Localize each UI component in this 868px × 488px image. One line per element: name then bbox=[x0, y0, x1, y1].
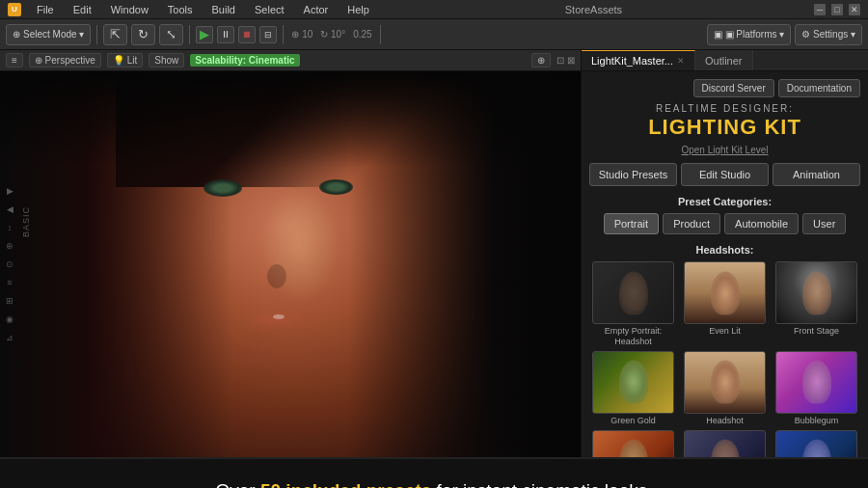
category-product-button[interactable]: Product bbox=[663, 213, 720, 234]
thumb-face-2 bbox=[711, 271, 740, 314]
vp-lit-btn[interactable]: 💡 Lit bbox=[107, 53, 143, 68]
lightkit-main-buttons: Studio Presets Edit Studio Animation bbox=[589, 163, 860, 186]
close-button[interactable]: ✕ bbox=[849, 4, 860, 15]
menu-window[interactable]: Window bbox=[107, 2, 152, 17]
scale-display: 0.25 bbox=[353, 29, 371, 40]
toolbar: ⊕ Select Mode ▾ ⇱ ↻ ⤡ ▶ ⏸ ⏹ ⊟ ⊕ 10 ↻ 10°… bbox=[0, 19, 868, 50]
tab-outliner[interactable]: Outliner bbox=[695, 50, 753, 70]
eye-left bbox=[203, 179, 242, 197]
preset-thumb-bubblegum bbox=[775, 351, 857, 414]
play-button[interactable]: ▶ bbox=[196, 26, 213, 43]
platforms-button[interactable]: ▣ ▣ Platforms ▾ bbox=[707, 24, 792, 45]
vp-nav-btn[interactable]: ⊕ bbox=[531, 53, 551, 68]
toolbar-separator-4 bbox=[380, 25, 381, 44]
toolbar-separator-2 bbox=[189, 25, 190, 44]
tab-lightkit-close[interactable]: ✕ bbox=[677, 56, 685, 66]
preset-front-stage[interactable]: Front Stage bbox=[773, 261, 860, 347]
angle-display: ↻ 10° bbox=[320, 29, 345, 40]
pause-button[interactable]: ⏸ bbox=[217, 26, 234, 43]
vp-show-btn[interactable]: Show bbox=[149, 53, 184, 68]
vp-icon-8[interactable]: ◉ bbox=[3, 312, 16, 326]
vp-icon-3[interactable]: ↕ bbox=[3, 221, 16, 234]
menu-file[interactable]: File bbox=[33, 2, 58, 17]
vp-icon-9[interactable]: ⊿ bbox=[3, 331, 16, 344]
scale-tool[interactable]: ⤡ bbox=[159, 24, 183, 45]
category-user-button[interactable]: User bbox=[802, 213, 846, 234]
settings-button[interactable]: ⚙ Settings ▾ bbox=[795, 24, 862, 45]
lip-highlight bbox=[273, 314, 285, 319]
move-tool[interactable]: ⇱ bbox=[103, 24, 127, 45]
vp-icon-7[interactable]: ⊞ bbox=[3, 294, 16, 308]
maximize-button[interactable]: □ bbox=[831, 4, 843, 15]
preset-label-headshot: Headshot bbox=[706, 416, 744, 426]
menu-build[interactable]: Build bbox=[208, 2, 239, 17]
menu-select[interactable]: Select bbox=[251, 2, 288, 17]
preset-thumb-green-gold bbox=[592, 351, 674, 414]
discord-server-button[interactable]: Discord Server bbox=[693, 79, 774, 97]
rotate-tool[interactable]: ↻ bbox=[131, 24, 155, 45]
window-controls: ─ □ ✕ bbox=[814, 4, 860, 15]
tab-lightkit[interactable]: LightKit_Master... ✕ bbox=[582, 50, 695, 70]
thumb-face-6 bbox=[802, 361, 831, 404]
headshots-header: Headshots: bbox=[589, 244, 860, 256]
preset-green-gold[interactable]: Green Gold bbox=[589, 351, 677, 426]
menu-actor[interactable]: Actor bbox=[300, 2, 333, 17]
thumb-face-5 bbox=[711, 361, 740, 404]
preset-headshot[interactable]: Headshot bbox=[681, 351, 769, 426]
menu-edit[interactable]: Edit bbox=[69, 2, 95, 17]
basic-label: BASIC bbox=[21, 206, 31, 237]
preset-bubblegum[interactable]: Bubblegum bbox=[773, 351, 860, 426]
thumb-face-1 bbox=[619, 271, 648, 314]
bottom-text-area: Over 50 included presets for instant cin… bbox=[0, 457, 868, 488]
vp-perspective-btn[interactable]: ⊕ Perspective bbox=[29, 53, 101, 68]
stop-button[interactable]: ⏹ bbox=[238, 26, 256, 43]
preset-thumb-even-lit bbox=[684, 261, 766, 324]
window-title: StoreAssets bbox=[385, 4, 802, 15]
category-automobile-button[interactable]: Automobile bbox=[724, 213, 799, 234]
animation-button[interactable]: Animation bbox=[773, 163, 860, 186]
viewport-left-icons: ▶ ◀ ↕ ⊕ ⊙ ≡ ⊞ ◉ ⊿ bbox=[3, 184, 16, 344]
preset-row3-3[interactable] bbox=[773, 430, 860, 457]
preset-even-lit[interactable]: Even Lit bbox=[681, 261, 769, 347]
face-shadow-top bbox=[0, 71, 581, 168]
vp-mode-toggle[interactable]: ≡ bbox=[6, 53, 23, 68]
vp-icon-6[interactable]: ≡ bbox=[3, 276, 16, 289]
vp-icon-5[interactable]: ⊙ bbox=[3, 258, 16, 271]
vp-icon-1[interactable]: ▶ bbox=[3, 184, 16, 198]
preset-grid: Empty Portrait: Headshot Even Lit Front … bbox=[589, 261, 860, 457]
preset-label-front-stage: Front Stage bbox=[794, 326, 839, 337]
menu-tools[interactable]: Tools bbox=[164, 2, 197, 17]
panel-tabs: LightKit_Master... ✕ Outliner bbox=[582, 50, 868, 71]
select-mode-button[interactable]: ⊕ Select Mode ▾ bbox=[6, 24, 91, 45]
viewport-3d[interactable]: BASIC ▶ ◀ ↕ ⊕ ⊙ ≡ ⊞ ◉ ⊿ bbox=[0, 71, 581, 457]
vp-icon-2[interactable]: ◀ bbox=[3, 203, 16, 216]
thumb-face-3 bbox=[802, 271, 831, 314]
thumb-face-4 bbox=[619, 361, 648, 404]
menu-bar: U File Edit Window Tools Build Select Ac… bbox=[0, 0, 868, 19]
preset-empty-portrait[interactable]: Empty Portrait: Headshot bbox=[589, 261, 677, 347]
launch-button[interactable]: ⊟ bbox=[259, 26, 277, 43]
nose-area bbox=[267, 264, 286, 288]
preset-thumb-empty-portrait bbox=[592, 261, 674, 324]
lightkit-panel: Discord Server Documentation REALTIME DE… bbox=[582, 71, 868, 457]
vp-icon-4[interactable]: ⊕ bbox=[3, 239, 16, 253]
preset-thumb-front-stage bbox=[775, 261, 857, 324]
category-portrait-button[interactable]: Portrait bbox=[604, 213, 659, 234]
eye-right bbox=[319, 179, 353, 195]
lip-area bbox=[244, 311, 302, 330]
right-panel: LightKit_Master... ✕ Outliner Discord Se… bbox=[581, 50, 868, 457]
open-light-kit-level-link[interactable]: Open Light Kit Level bbox=[589, 145, 860, 155]
menu-help[interactable]: Help bbox=[343, 2, 373, 17]
edit-studio-button[interactable]: Edit Studio bbox=[681, 163, 769, 186]
preset-row3-2[interactable] bbox=[681, 430, 769, 457]
preset-categories-header: Preset Categories: bbox=[589, 196, 860, 207]
documentation-button[interactable]: Documentation bbox=[778, 79, 860, 97]
preset-row3-1[interactable] bbox=[589, 430, 677, 457]
platforms-icon: ▣ bbox=[714, 29, 722, 40]
preset-label-empty-portrait: Empty Portrait: Headshot bbox=[589, 326, 677, 347]
studio-presets-button[interactable]: Studio Presets bbox=[589, 163, 677, 186]
preset-thumb-headshot bbox=[684, 351, 766, 414]
minimize-button[interactable]: ─ bbox=[814, 4, 826, 15]
vp-coords: ⊡ ⊠ bbox=[556, 55, 575, 66]
preset-label-green-gold: Green Gold bbox=[610, 416, 656, 426]
